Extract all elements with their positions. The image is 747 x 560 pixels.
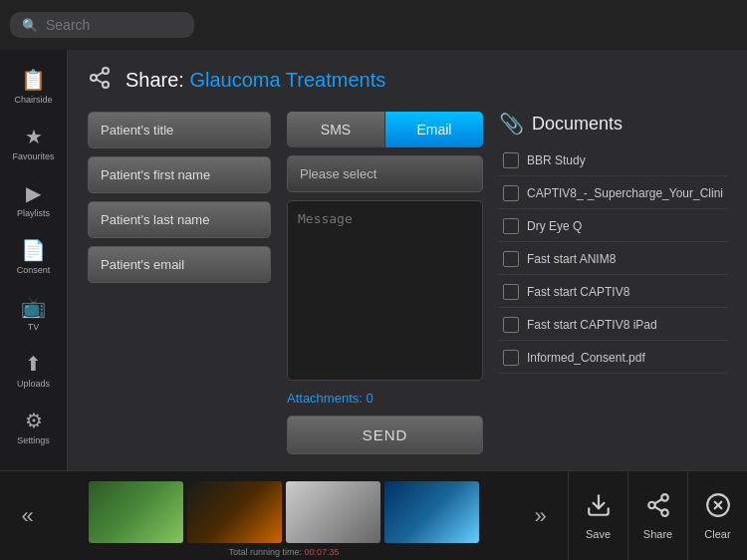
content-area: Share: Glaucoma Treatments Patient's tit… [68,50,747,470]
share-button[interactable]: Share [627,471,687,561]
doc-checkbox-fastanim[interactable] [503,251,519,267]
patient-email-field[interactable]: Patient's email [88,246,271,283]
patient-first-name-field[interactable]: Patient's first name [88,156,271,193]
save-label: Save [586,528,611,540]
svg-line-3 [97,80,104,84]
sms-button[interactable]: SMS [287,112,385,147]
sidebar-label-uploads: Uploads [17,379,50,389]
uploads-icon: ⬆ [25,352,42,376]
attachments-count: Attachments: 0 [287,389,483,408]
sidebar-item-favourites[interactable]: ★ Favourites [0,117,67,169]
clip-icon: 📎 [499,112,524,136]
svg-line-10 [654,499,661,503]
doc-name-informed: Informed_Consent.pdf [527,351,645,365]
save-button[interactable]: Save [568,471,627,561]
sidebar-label-tv: TV [28,322,40,332]
sidebar: 📋 Chairside ★ Favourites ▶ Playlists 📄 C… [0,50,68,470]
running-time-row: Total running time: 00:07:35 [228,547,339,557]
doc-name-fastanim: Fast start ANIM8 [527,252,616,266]
share-label: Share [643,528,672,540]
tv-icon: 📺 [21,295,46,319]
doc-item-informed[interactable]: Informed_Consent.pdf [499,343,727,374]
bottom-bar: « Total running time: 00:07:35 » Save [0,470,747,560]
sidebar-label-favourites: Favourites [12,151,54,161]
clear-button[interactable]: Clear [687,471,747,561]
sidebar-item-settings[interactable]: ⚙ Settings [0,401,67,453]
patient-title-field[interactable]: Patient's title [88,112,271,148]
documents-title: Documents [532,114,622,135]
settings-icon: ⚙ [25,409,43,432]
next-button[interactable]: » [513,471,568,561]
search-input[interactable] [46,17,175,33]
thumbnail-4[interactable] [384,481,479,543]
thumbnails-container: Total running time: 00:07:35 [55,473,513,559]
svg-line-9 [654,506,661,510]
thumbnails-strip [89,481,479,543]
email-button[interactable]: Email [385,112,483,147]
patient-last-name-field[interactable]: Patient's last name [88,201,271,238]
sidebar-label-settings: Settings [17,435,50,445]
page-title: Share: Glaucoma Treatments [125,69,385,92]
doc-checkbox-fastcaptiv8ipad[interactable] [503,317,519,333]
doc-checkbox-informed[interactable] [503,350,519,366]
thumbnail-2[interactable] [187,481,282,543]
sidebar-item-tv[interactable]: 📺 TV [0,287,67,340]
send-button[interactable]: SEND [287,416,483,454]
doc-item-fastcaptiv8ipad[interactable]: Fast start CAPTIV8 iPad [499,310,727,341]
sms-email-toggle: SMS Email [287,112,483,147]
doc-item-bbr[interactable]: BBR Study [499,145,727,176]
message-textarea[interactable] [287,200,483,381]
clear-label: Clear [704,528,730,540]
sidebar-item-uploads[interactable]: ⬆ Uploads [0,344,67,397]
doc-checkbox-fastcaptiv8[interactable] [503,284,519,300]
sidebar-item-chairside[interactable]: 📋 Chairside [0,60,67,113]
doc-name-dryeye: Dry Eye Q [527,219,582,233]
share-page-icon [88,66,116,94]
running-time-value: 00:07:35 [305,547,340,557]
doc-checkbox-captiv8[interactable] [503,185,519,201]
clear-icon [705,492,731,524]
page-title-prefix: Share: [125,69,189,91]
sidebar-label-chairside: Chairside [14,95,52,105]
page-title-row: Share: Glaucoma Treatments [88,66,727,94]
middle-panel: SMS Email Please select Attachments: 0 S… [287,112,483,454]
sidebar-item-consent[interactable]: 📄 Consent [0,230,67,283]
doc-name-fastcaptiv8: Fast start CAPTIV8 [527,285,629,299]
search-box[interactable]: 🔍 [10,12,194,38]
sidebar-label-consent: Consent [17,265,51,275]
share-icon [645,492,671,524]
documents-panel: 📎 Documents BBR Study CAPTIV8_-_Supercha… [499,112,727,454]
documents-list: BBR Study CAPTIV8_-_Supercharge_Your_Cli… [499,145,727,374]
consent-icon: 📄 [21,238,46,262]
thumbnail-1[interactable] [89,481,183,543]
doc-checkbox-dryeye[interactable] [503,218,519,234]
documents-header: 📎 Documents [499,112,727,136]
search-icon: 🔍 [22,18,38,33]
save-icon [586,492,612,524]
doc-item-captiv8[interactable]: CAPTIV8_-_Supercharge_Your_Clini [499,178,727,209]
chairside-icon: 📋 [21,68,46,92]
sidebar-item-playlists[interactable]: ▶ Playlists [0,173,67,226]
salutation-select[interactable]: Please select [287,155,483,192]
doc-name-fastcaptiv8ipad: Fast start CAPTIV8 iPad [527,318,657,332]
page-title-accent: Glaucoma Treatments [189,69,385,91]
svg-line-4 [97,73,104,77]
form-area: Patient's title Patient's first name Pat… [88,112,727,454]
running-time-label: Total running time: [228,547,302,557]
top-bar: 🔍 [0,0,747,50]
thumbnail-3[interactable] [286,481,380,543]
playlists-icon: ▶ [26,181,41,205]
bottom-actions: Save Share Clear [568,471,747,561]
left-form: Patient's title Patient's first name Pat… [88,112,271,454]
doc-name-captiv8: CAPTIV8_-_Supercharge_Your_Clini [527,186,723,200]
prev-button[interactable]: « [0,471,55,561]
favourites-icon: ★ [25,125,43,148]
doc-item-fastanim[interactable]: Fast start ANIM8 [499,244,727,275]
main-area: 📋 Chairside ★ Favourites ▶ Playlists 📄 C… [0,50,747,470]
doc-name-bbr: BBR Study [527,153,586,167]
doc-item-dryeye[interactable]: Dry Eye Q [499,211,727,242]
doc-item-fastcaptiv8[interactable]: Fast start CAPTIV8 [499,277,727,308]
doc-checkbox-bbr[interactable] [503,152,519,168]
sidebar-label-playlists: Playlists [17,208,50,218]
